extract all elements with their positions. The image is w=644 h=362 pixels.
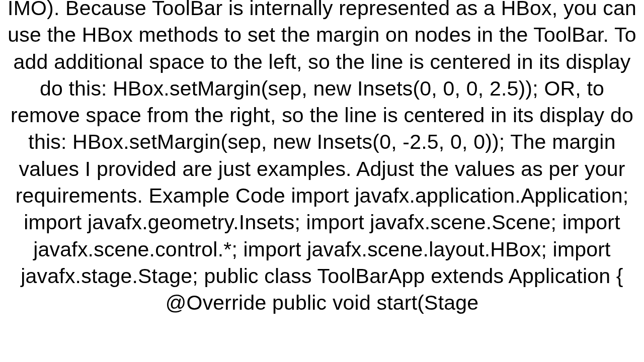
document-body-text: IMO). Because ToolBar is internally repr… bbox=[0, 0, 644, 317]
